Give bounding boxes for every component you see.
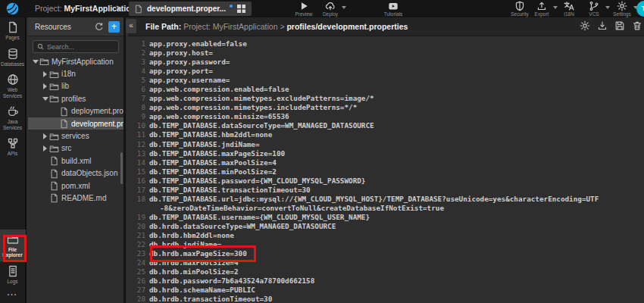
tutorials-button[interactable]: Tutorials <box>379 1 408 17</box>
tree-item-i18n[interactable]: i18n <box>28 67 123 80</box>
line-number: 11 <box>128 130 149 139</box>
sidebar-item-java-services[interactable]: Java Services <box>0 102 26 133</box>
search-input[interactable] <box>47 43 115 51</box>
tree-item-label: profiles <box>61 95 86 103</box>
caret-right-icon[interactable] <box>42 83 48 89</box>
code-area[interactable]: 1app.proxy.enabled=false2app.proxy.host=… <box>128 36 644 303</box>
code-text: db.hrdb.transactionTimeout=30 <box>149 295 272 303</box>
api-icon <box>7 137 19 149</box>
code-text: app.proxy.password= <box>149 58 230 67</box>
preview-button[interactable]: Preview <box>289 1 318 17</box>
code-text: db.TEMP_DATABASE.password={WM_CLOUD_MYSQ… <box>149 176 365 186</box>
code-line-10: 10db.TEMP_DATABASE.dataSourceType=WM_MAN… <box>128 121 644 130</box>
editor-header: « File Path: Project: MyFirstApplication… <box>128 17 644 36</box>
export-button[interactable]: Export <box>527 1 556 17</box>
code-text: db.hrdb.jndiName= <box>149 240 221 249</box>
code-text: db.TEMP_DATABASE.transactionTimeout=30 <box>149 186 311 195</box>
sidebar-item-label: Pages <box>0 35 25 41</box>
shield-icon <box>514 1 525 11</box>
caret-right-icon[interactable] <box>42 71 48 77</box>
tree-item-dataobjects-json[interactable]: dataObjects.json <box>28 167 123 180</box>
app-logo-icon[interactable] <box>6 2 19 15</box>
tree-item-deployment-properties[interactable]: deployment.properties <box>28 105 123 117</box>
grid-icon[interactable] <box>236 4 246 14</box>
code-text: db.TEMP_DATABASE.minPoolSize=2 <box>149 167 277 176</box>
sidebar-overflow-button[interactable]: ••• <box>8 287 17 303</box>
sidebar-item-web-services[interactable]: Web Services <box>0 70 26 102</box>
line-number: 4 <box>128 67 149 76</box>
code-text: app.web.compression.mimetypes.includePat… <box>149 103 357 112</box>
sidebar-item-pages[interactable]: Pages <box>0 17 26 44</box>
breadcrumb: File Path: Project: MyFirstApplication >… <box>145 17 408 36</box>
sidebar-item-logs[interactable]: Logs <box>0 261 26 288</box>
sidebar-item-label: Databases <box>0 61 25 67</box>
code-line-6: 6app.web.compression.enabled=false <box>128 85 644 94</box>
settings-button[interactable]: Settings <box>608 1 636 17</box>
code-line-7: 7app.web.compression.mimetypes.excludePa… <box>128 94 644 103</box>
file-icon <box>49 193 59 202</box>
caret-right-icon[interactable] <box>42 133 48 139</box>
code-line-26: 26db.hrdb.password=7b6a43524a78700d66215… <box>128 276 644 286</box>
download-file-button[interactable] <box>597 20 608 31</box>
file-editor: « File Path: Project: MyFirstApplication… <box>128 17 644 303</box>
line-number: 17 <box>128 186 149 195</box>
line-number: 5 <box>128 76 149 85</box>
resources-title: Resources <box>35 23 94 31</box>
code-text: db.hrdb.maxPageSize=300 <box>149 249 247 258</box>
sidebar-item-label: Java Services <box>0 119 25 130</box>
tree-item-readme-md[interactable]: README.md <box>28 192 123 204</box>
tree-item-label: i18n <box>61 70 76 78</box>
tree-item-development-properties[interactable]: development.properties <box>28 117 123 130</box>
user-avatar[interactable]: TI <box>636 1 644 17</box>
tree-item-lib[interactable]: lib <box>28 80 123 92</box>
code-line-4: 4app.proxy.port= <box>128 67 644 76</box>
tree-item-myfirstapplication[interactable]: MyFirstApplication <box>28 55 123 67</box>
line-number: 25 <box>128 267 149 276</box>
add-resource-button[interactable]: + <box>108 21 120 33</box>
tree-item-label: deployment.properties <box>71 107 123 115</box>
chevron-down-icon[interactable] <box>342 6 346 9</box>
code-line-24: 24db.hrdb.maxPoolSize=4 <box>128 258 644 267</box>
tree-item-pom-xml[interactable]: pom.xml <box>28 180 123 192</box>
branch-icon <box>589 1 599 11</box>
tree-item-services[interactable]: services <box>28 130 123 142</box>
sidebar-item-databases[interactable]: Databases <box>0 44 26 70</box>
code-text: db.TEMP_DATABASE.maxPageSize=100 <box>149 149 285 158</box>
tab-development-properties[interactable]: development.proper... <box>129 2 252 16</box>
delete-file-button[interactable] <box>632 20 642 31</box>
code-text: db.hrdb.password=7b6a43524a78700d662158 <box>149 276 314 286</box>
code-text: db.hrdb.dataSourceType=WM_MANAGED_DATASO… <box>149 222 336 231</box>
modified-dot <box>230 5 233 8</box>
collapse-resources-button[interactable]: « <box>126 19 136 33</box>
action-label: VCS <box>580 11 608 17</box>
sidebar-item-apis[interactable]: APIs <box>0 133 26 160</box>
tree-item-profiles[interactable]: profiles <box>28 92 123 105</box>
code-text: db.TEMP_DATABASE.username={WM_CLOUD_MYSQ… <box>149 213 370 222</box>
folder-icon <box>49 132 59 141</box>
tree-item-src[interactable]: src <box>28 142 123 155</box>
tree-scrollbar[interactable] <box>120 152 123 184</box>
deploy-button[interactable]: Deploy <box>316 1 345 17</box>
caret-down-icon[interactable] <box>32 60 39 64</box>
save-file-button[interactable] <box>614 20 625 31</box>
code-text: app.web.compression.enabled=false <box>149 85 289 94</box>
code-line-wrap: -8&zeroDateTimeBehavior=convertToNull&cr… <box>128 204 644 213</box>
caret-right-icon[interactable] <box>42 145 48 152</box>
tree-item-build-xml[interactable]: build.xml <box>28 155 123 167</box>
vcs-button[interactable]: VCS <box>580 1 608 17</box>
line-number: 23 <box>128 249 149 258</box>
search-box <box>33 40 119 53</box>
code-line-9: 9app.web.compression.minsize=65536 <box>128 112 644 121</box>
refresh-icon[interactable] <box>94 22 104 32</box>
sidebar-item-file-explorer[interactable]: File Explorer <box>0 230 26 261</box>
folder-icon <box>49 70 59 79</box>
editor-settings-button[interactable] <box>580 20 590 31</box>
tree-item-label: pom.xml <box>61 182 90 190</box>
tree-item-label: development.properties <box>71 120 123 128</box>
sidebar-item-label: Web Services <box>0 87 25 98</box>
line-number: 13 <box>128 149 149 158</box>
folder-icon <box>39 57 49 66</box>
caret-down-icon[interactable] <box>42 97 48 101</box>
video-icon <box>388 1 399 11</box>
line-number: 22 <box>128 240 149 249</box>
